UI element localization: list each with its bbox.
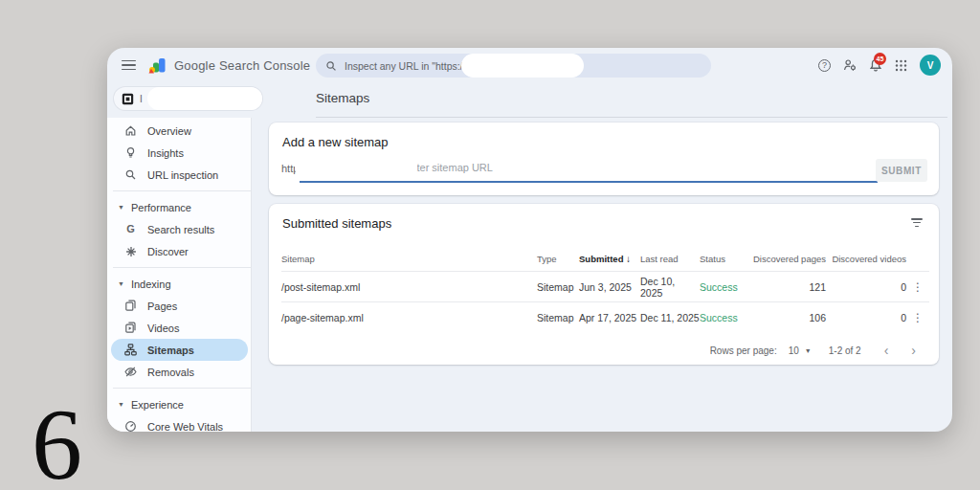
video-pages-icon bbox=[124, 322, 137, 334]
cell-submitted: Apr 17, 2025 bbox=[579, 312, 640, 323]
sidebar-item-removals[interactable]: Removals bbox=[107, 361, 251, 383]
property-selector[interactable]: I bbox=[113, 86, 263, 111]
step-number: 6 bbox=[32, 394, 82, 490]
sidebar-section-label: Performance bbox=[131, 202, 191, 213]
cell-sitemap: /page-sitemap.xml bbox=[281, 312, 537, 323]
url-inspection-search[interactable]: Inspect any URL in "https://m bbox=[316, 54, 711, 78]
chevron-down-icon: ▼ bbox=[805, 347, 812, 354]
sidebar-section-performance[interactable]: ▼ Performance bbox=[107, 196, 251, 218]
app-title: Google Search Console bbox=[174, 58, 310, 73]
chevron-down-icon: ▼ bbox=[118, 204, 124, 211]
col-last-read[interactable]: Last read bbox=[640, 254, 700, 264]
sidebar-divider bbox=[113, 388, 251, 389]
sidebar-section-label: Indexing bbox=[131, 278, 171, 290]
table-pagination: Rows per page: 10 ▼ 1-2 of 2 ‹ › bbox=[281, 336, 929, 365]
search-placeholder-text: Inspect any URL in "https://m bbox=[345, 60, 474, 72]
sitemap-url-input[interactable] bbox=[404, 158, 720, 177]
col-discovered-pages[interactable]: Discovered pages bbox=[747, 254, 826, 264]
cell-discovered-videos: 0 bbox=[826, 281, 906, 293]
sidebar-item-insights[interactable]: Insights bbox=[107, 142, 251, 164]
sidebar-item-label: Search results bbox=[147, 224, 214, 235]
cell-discovered-pages: 106 bbox=[747, 312, 826, 323]
chevron-down-icon: ▼ bbox=[118, 280, 124, 287]
sidebar-section-experience[interactable]: ▼ Experience bbox=[107, 393, 251, 415]
submit-button[interactable]: SUBMIT bbox=[876, 159, 927, 182]
pagination-range: 1-2 of 2 bbox=[829, 345, 861, 356]
account-avatar[interactable]: V bbox=[920, 55, 941, 76]
sidebar-nav: Overview Insights URL inspection ▼ bbox=[107, 118, 252, 432]
sidebar-item-label: URL inspection bbox=[147, 169, 218, 181]
redacted-property-name bbox=[147, 87, 262, 110]
table-row[interactable]: /page-sitemap.xml Sitemap Apr 17, 2025 D… bbox=[281, 301, 929, 332]
col-type[interactable]: Type bbox=[537, 254, 579, 264]
row-menu-icon[interactable]: ⋮ bbox=[906, 312, 929, 323]
rows-per-page-value: 10 bbox=[789, 345, 799, 356]
cell-last-read: Dec 10, 2025 bbox=[640, 276, 700, 299]
sidebar-item-label: Videos bbox=[147, 323, 179, 334]
sidebar-item-sitemaps[interactable]: Sitemaps bbox=[111, 339, 248, 361]
sidebar-divider bbox=[113, 190, 251, 191]
submitted-sitemaps-title: Submitted sitemaps bbox=[282, 216, 391, 231]
sitemap-tree-icon bbox=[124, 344, 137, 356]
cell-last-read: Dec 11, 2025 bbox=[640, 312, 700, 323]
notification-count-badge: 45 bbox=[874, 53, 886, 65]
magnifier-icon bbox=[124, 168, 137, 181]
col-status[interactable]: Status bbox=[700, 254, 747, 264]
help-icon[interactable]: ? bbox=[818, 59, 831, 72]
sidebar-item-label: Core Web Vitals bbox=[147, 421, 223, 433]
filter-icon[interactable] bbox=[910, 218, 924, 227]
sidebar-item-label: Pages bbox=[147, 301, 177, 312]
input-underline bbox=[300, 181, 878, 183]
redacted-url bbox=[461, 54, 584, 78]
top-app-bar: Google Search Console Inspect any URL in… bbox=[107, 48, 952, 82]
desktop-background: 6 Google Search Console Inspect any URL bbox=[0, 0, 980, 490]
add-sitemap-title: Add a new sitemap bbox=[282, 135, 389, 149]
col-sitemap[interactable]: Sitemap bbox=[281, 254, 537, 264]
cell-status: Success bbox=[700, 312, 747, 323]
eye-off-icon bbox=[124, 366, 137, 378]
google-g-icon: G bbox=[124, 223, 137, 235]
table-row[interactable]: /post-sitemap.xml Sitemap Jun 3, 2025 De… bbox=[281, 271, 929, 301]
property-name-fragment: I bbox=[140, 94, 143, 104]
rows-per-page-label: Rows per page: bbox=[710, 345, 777, 356]
cell-sitemap: /post-sitemap.xml bbox=[281, 281, 537, 293]
speedometer-icon bbox=[124, 420, 137, 432]
sidebar-item-label: Overview bbox=[147, 125, 191, 137]
cell-submitted: Jun 3, 2025 bbox=[579, 281, 640, 293]
col-submitted-label: Submitted bbox=[579, 254, 623, 264]
col-submitted[interactable]: Submitted ↓ bbox=[579, 254, 640, 264]
sidebar-item-pages[interactable]: Pages bbox=[107, 295, 251, 317]
cell-type: Sitemap bbox=[537, 281, 579, 293]
cell-discovered-pages: 121 bbox=[747, 281, 826, 293]
col-discovered-videos[interactable]: Discovered videos bbox=[826, 254, 906, 264]
domain-property-icon bbox=[122, 93, 134, 105]
cell-discovered-videos: 0 bbox=[826, 312, 906, 323]
sidebar-section-indexing[interactable]: ▼ Indexing bbox=[107, 273, 251, 295]
pages-icon bbox=[124, 300, 137, 312]
sidebar-item-url-inspection[interactable]: URL inspection bbox=[107, 164, 251, 186]
sidebar-item-core-web-vitals[interactable]: Core Web Vitals bbox=[107, 415, 251, 432]
sidebar-item-label: Removals bbox=[147, 367, 194, 378]
next-page-icon[interactable]: › bbox=[905, 343, 922, 358]
sitemaps-table: Sitemap Type Submitted ↓ Last read Statu… bbox=[281, 246, 929, 365]
header-divider bbox=[316, 117, 947, 118]
discover-asterisk-icon bbox=[124, 245, 137, 257]
sidebar-item-videos[interactable]: Videos bbox=[107, 317, 251, 339]
sidebar-item-search-results[interactable]: G Search results bbox=[107, 218, 251, 240]
sidebar-item-discover[interactable]: Discover bbox=[107, 240, 251, 262]
sidebar-item-overview[interactable]: Overview bbox=[107, 120, 251, 142]
account-settings-icon[interactable] bbox=[843, 58, 857, 72]
rows-per-page-select[interactable]: 10 ▼ bbox=[789, 345, 812, 356]
sidebar-item-label: Insights bbox=[147, 147, 184, 159]
menu-icon[interactable] bbox=[122, 60, 136, 71]
submitted-sitemaps-card: Submitted sitemaps Sitemap Type Submitte… bbox=[269, 204, 939, 365]
notifications-icon[interactable]: 45 bbox=[869, 58, 882, 72]
sidebar-item-label: Sitemaps bbox=[147, 345, 194, 356]
sidebar-section-label: Experience bbox=[131, 399, 184, 411]
sidebar-divider bbox=[113, 267, 251, 268]
search-console-logo-icon[interactable] bbox=[148, 57, 167, 74]
apps-grid-icon[interactable] bbox=[895, 59, 907, 72]
previous-page-icon[interactable]: ‹ bbox=[879, 343, 895, 358]
row-menu-icon[interactable]: ⋮ bbox=[906, 281, 929, 293]
lightbulb-icon bbox=[124, 146, 137, 159]
